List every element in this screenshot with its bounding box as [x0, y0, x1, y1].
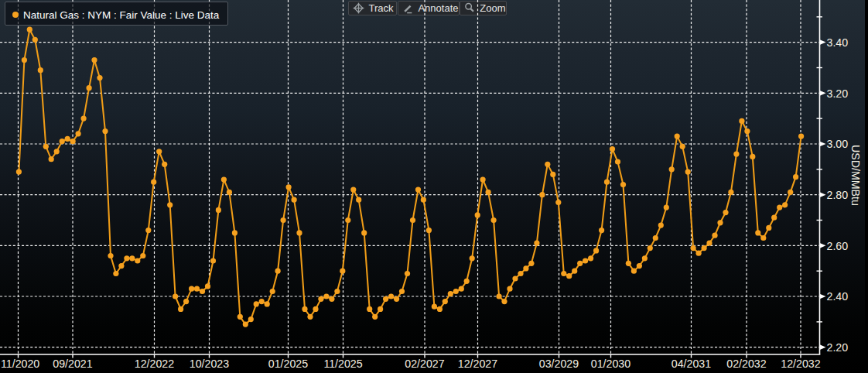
- svg-text:12/2022: 12/2022: [135, 358, 174, 370]
- svg-text:2.60: 2.60: [827, 240, 849, 252]
- svg-text:03/2029: 03/2029: [539, 358, 579, 370]
- svg-text:USD/MMBtu: USD/MMBtu: [849, 145, 862, 206]
- svg-text:02/2027: 02/2027: [405, 358, 444, 370]
- svg-text:3.20: 3.20: [827, 87, 849, 100]
- svg-text:2.20: 2.20: [827, 341, 849, 354]
- svg-text:11/2020: 11/2020: [1, 358, 39, 370]
- svg-text:02/2032: 02/2032: [726, 358, 766, 370]
- svg-text:3.40: 3.40: [827, 36, 849, 49]
- svg-text:01/2030: 01/2030: [591, 358, 630, 370]
- svg-text:12/2032: 12/2032: [781, 358, 820, 370]
- svg-text:2.40: 2.40: [827, 290, 849, 303]
- svg-text:11/2025: 11/2025: [323, 358, 362, 370]
- svg-text:09/2021: 09/2021: [53, 358, 92, 370]
- svg-text:2.80: 2.80: [827, 189, 849, 201]
- svg-text:10/2023: 10/2023: [190, 358, 229, 370]
- svg-text:04/2031: 04/2031: [672, 358, 711, 370]
- svg-text:3.00: 3.00: [827, 138, 849, 150]
- svg-text:12/2027: 12/2027: [458, 358, 497, 370]
- svg-text:01/2025: 01/2025: [268, 358, 308, 370]
